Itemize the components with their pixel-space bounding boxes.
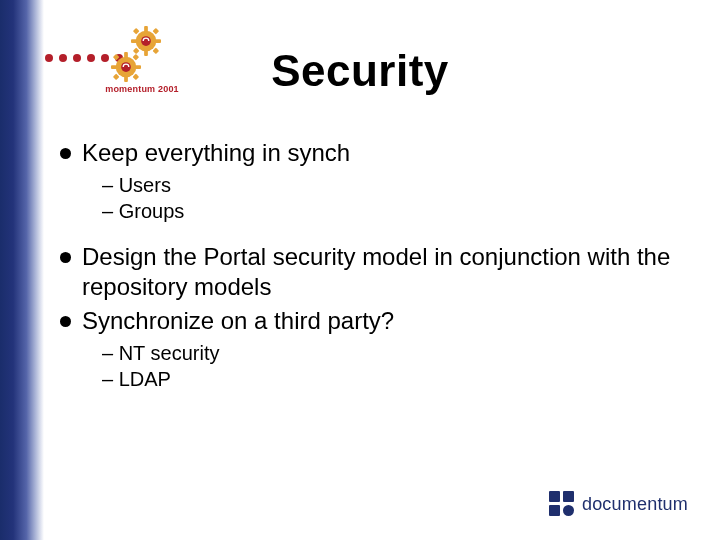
bullet-level2: – NT security: [60, 340, 690, 366]
svg-rect-6: [153, 28, 160, 35]
bullet-sublist: – NT security – LDAP: [60, 340, 690, 392]
bullet-sublist: – Users – Groups: [60, 172, 690, 224]
svg-point-23: [563, 505, 574, 516]
slide-body: Keep everything in synch – Users – Group…: [60, 138, 690, 410]
bullet-level2: – Users: [60, 172, 690, 198]
svg-rect-1: [144, 26, 148, 32]
svg-rect-4: [155, 39, 161, 43]
bullet-level2: – Groups: [60, 198, 690, 224]
svg-rect-20: [549, 491, 560, 502]
bullet-level2: – LDAP: [60, 366, 690, 392]
bullet-level1: Synchronize on a third party?: [60, 306, 690, 336]
svg-rect-22: [549, 505, 560, 516]
documentum-mark-icon: [548, 490, 576, 518]
bullet-level1: Design the Portal security model in conj…: [60, 242, 690, 302]
svg-rect-5: [133, 28, 140, 35]
svg-rect-21: [563, 491, 574, 502]
documentum-logo: documentum: [548, 490, 688, 518]
documentum-wordmark: documentum: [582, 494, 688, 515]
bullet-level1: Keep everything in synch: [60, 138, 690, 168]
slide-title: Security: [0, 46, 720, 96]
svg-rect-3: [131, 39, 137, 43]
